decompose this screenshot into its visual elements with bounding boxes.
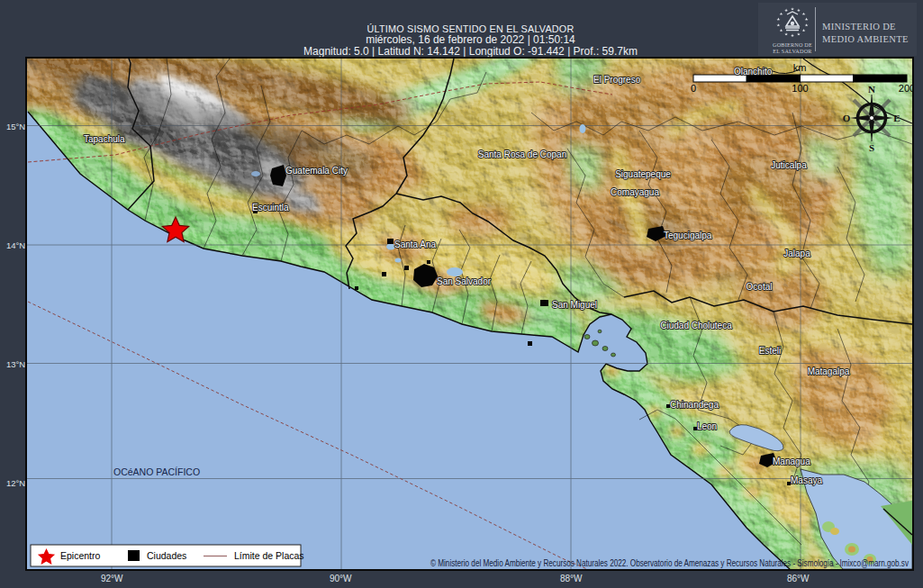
- svg-text:Comayagua: Comayagua: [611, 187, 659, 197]
- svg-text:200: 200: [899, 83, 912, 94]
- svg-text:Matagalpa: Matagalpa: [808, 366, 850, 376]
- svg-text:0: 0: [691, 83, 696, 94]
- svg-text:San Miguel: San Miguel: [552, 300, 597, 310]
- svg-text:100: 100: [792, 83, 808, 94]
- svg-text:Chinandega: Chinandega: [670, 400, 719, 410]
- svg-text:Masaya: Masaya: [791, 475, 822, 485]
- svg-text:Escuintla: Escuintla: [252, 203, 289, 213]
- svg-text:Leon: Leon: [697, 421, 717, 431]
- svg-text:Epicentro: Epicentro: [60, 550, 101, 561]
- svg-text:Límite de Placas: Límite de Placas: [234, 550, 304, 561]
- svg-text:Ocotal: Ocotal: [747, 282, 773, 292]
- svg-text:E: E: [893, 113, 900, 123]
- svg-text:Siguatepeque: Siguatepeque: [615, 169, 671, 179]
- svg-text:N: N: [868, 84, 875, 95]
- svg-text:Ciudades: Ciudades: [147, 550, 186, 561]
- svg-text:Guatemala City: Guatemala City: [285, 166, 348, 176]
- svg-text:S: S: [869, 142, 874, 153]
- svg-text:Santa Ana: Santa Ana: [394, 240, 437, 249]
- svg-text:El Progreso: El Progreso: [593, 75, 641, 85]
- svg-text:Olanchito: Olanchito: [734, 67, 773, 77]
- svg-text:O: O: [843, 113, 851, 123]
- svg-text:Tapachula: Tapachula: [84, 134, 125, 144]
- svg-text:Esteli: Esteli: [759, 346, 781, 356]
- svg-text:Managua: Managua: [773, 457, 810, 466]
- svg-text:San Salvador: San Salvador: [437, 276, 492, 286]
- svg-text:Ciudad Choluteca: Ciudad Choluteca: [660, 321, 732, 330]
- svg-text:Santa Rosa de Copan: Santa Rosa de Copan: [478, 149, 566, 159]
- svg-text:Juticalpa: Juticalpa: [771, 160, 807, 170]
- svg-text:© Ministerio del Medio Ambient: © Ministerio del Medio Ambiente y Recurs…: [430, 558, 909, 568]
- svg-text:Jalapa: Jalapa: [783, 249, 810, 258]
- svg-text:km: km: [793, 62, 807, 73]
- svg-text:OCéANO PACÍFICO: OCéANO PACÍFICO: [113, 466, 200, 477]
- svg-text:Tegucigalpa: Tegucigalpa: [664, 231, 712, 240]
